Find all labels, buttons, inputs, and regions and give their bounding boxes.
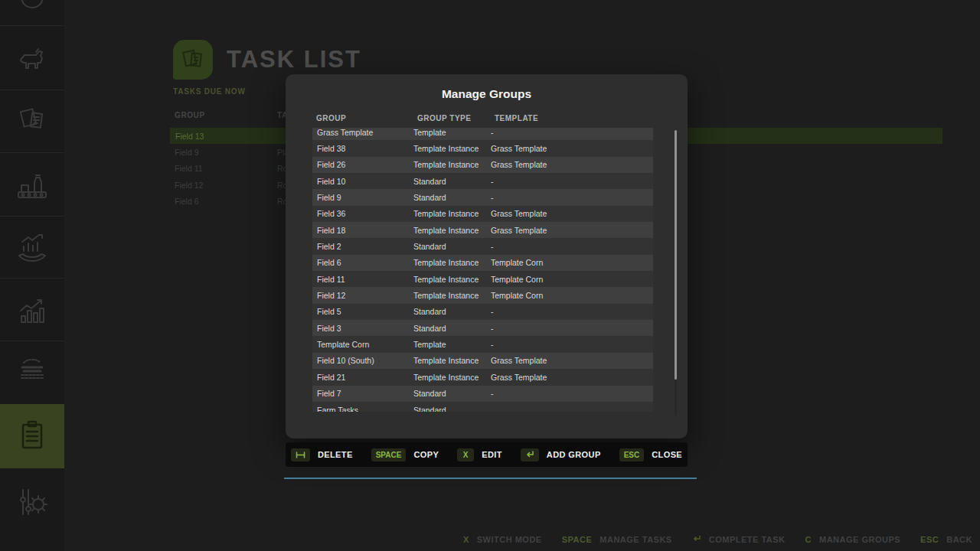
- button-label: EDIT: [482, 450, 502, 459]
- group-row[interactable]: Field 36Template InstanceGrass Template: [312, 206, 653, 222]
- manage-tasks-hotkey[interactable]: SPACEMANAGE TASKS: [562, 535, 672, 544]
- group-row[interactable]: Farm TasksStandard: [312, 402, 653, 412]
- group-row[interactable]: Field 9Standard-: [312, 189, 653, 205]
- back-hotkey[interactable]: ESCBACK: [920, 535, 972, 544]
- hotkey-key: SPACE: [562, 535, 593, 544]
- complete-task-hotkey[interactable]: COMPLETE TASK: [692, 535, 786, 544]
- group-cell: Field 11: [317, 275, 413, 284]
- copy-button[interactable]: SPACECOPY: [371, 448, 439, 461]
- task-list-icon: [15, 417, 50, 455]
- bg-table-header-group: GROUP: [175, 111, 205, 119]
- group-cell: Field 6: [317, 258, 413, 267]
- group-type-cell: Standard: [413, 307, 491, 316]
- divider: [0, 152, 64, 153]
- hotkey-key: C: [805, 535, 812, 544]
- modal-button-bar: DELETESPACECOPYXEDITADD GROUPESCCLOSE: [286, 442, 688, 467]
- group-type-cell: Template Instance: [413, 209, 491, 218]
- template-cell: Grass Template: [491, 226, 653, 235]
- scrollbar[interactable]: [675, 130, 677, 416]
- delete-button[interactable]: DELETE: [291, 448, 353, 461]
- template-cell: Template Corn: [491, 275, 653, 284]
- animals-icon: [15, 41, 50, 77]
- group-type-cell: Template Instance: [413, 291, 491, 300]
- group-row[interactable]: Field 3Standard-: [312, 320, 653, 336]
- group-type-cell: Template: [413, 340, 491, 349]
- group-row[interactable]: Field 2Standard-: [312, 238, 653, 254]
- bg-task-row-group: Field 12: [175, 181, 203, 190]
- divider: [0, 90, 64, 90]
- group-cell: Field 12: [317, 291, 413, 300]
- group-type-cell: Template Instance: [413, 226, 491, 235]
- template-cell: -: [491, 242, 653, 251]
- sidebar-item-production[interactable]: [0, 161, 64, 210]
- group-cell: Template Corn: [317, 340, 413, 349]
- sidebar-item-sales[interactable]: [0, 224, 64, 273]
- group-row[interactable]: Field 10Standard-: [312, 173, 653, 189]
- button-label: ADD GROUP: [547, 450, 601, 459]
- group-row[interactable]: Field 21Template InstanceGrass Template: [312, 369, 653, 385]
- template-cell: Template Corn: [491, 258, 653, 267]
- task-list-page-icon: [173, 40, 213, 80]
- group-cell: Field 18: [317, 226, 413, 235]
- hotkey-key: ESC: [920, 535, 939, 544]
- key-badge: X: [457, 448, 474, 461]
- group-row[interactable]: Field 11Template InstanceTemplate Corn: [312, 271, 653, 287]
- group-type-cell: Template: [413, 128, 491, 137]
- group-row[interactable]: Grass TemplateTemplate-: [312, 128, 653, 140]
- divider: [0, 278, 64, 279]
- key-badge: SPACE: [371, 448, 407, 461]
- production-icon: [13, 166, 51, 204]
- group-type-cell: Standard: [413, 177, 491, 186]
- group-cell: Field 38: [317, 144, 413, 153]
- group-type-cell: Standard: [413, 193, 491, 202]
- group-cell: Field 3: [317, 324, 413, 333]
- template-cell: -: [491, 128, 653, 137]
- template-cell: -: [491, 389, 653, 398]
- group-type-cell: Standard: [413, 324, 491, 333]
- partial-circle-icon: [0, 0, 64, 31]
- group-row[interactable]: Field 12Template InstanceTemplate Corn: [312, 287, 653, 303]
- group-cell: Field 5: [317, 307, 413, 316]
- group-row[interactable]: Field 6Template InstanceTemplate Corn: [312, 255, 653, 271]
- template-cell: Template Corn: [491, 291, 653, 300]
- group-cell: Field 21: [317, 373, 413, 382]
- group-cell: Farm Tasks: [317, 406, 413, 412]
- divider: [0, 25, 64, 26]
- hotkey-bar: XSWITCH MODESPACEMANAGE TASKSCOMPLETE TA…: [463, 535, 972, 544]
- sidebar: [0, 0, 64, 551]
- sidebar-item-settings[interactable]: [0, 478, 64, 527]
- group-row[interactable]: Field 5Standard-: [312, 304, 653, 320]
- col-header-template: TEMPLATE: [495, 114, 538, 122]
- group-row[interactable]: Template CornTemplate-: [312, 336, 653, 352]
- sidebar-item-statistics[interactable]: [0, 287, 64, 336]
- sidebar-item-task-list[interactable]: [0, 404, 64, 468]
- group-row[interactable]: Field 38Template InstanceGrass Template: [312, 140, 653, 156]
- col-header-group: GROUP: [316, 114, 346, 122]
- button-label: COPY: [413, 450, 439, 459]
- close-button[interactable]: ESCCLOSE: [619, 448, 682, 461]
- scrollbar-thumb[interactable]: [675, 130, 677, 380]
- add-group-button[interactable]: ADD GROUP: [521, 448, 601, 461]
- switch-mode-hotkey[interactable]: XSWITCH MODE: [463, 535, 542, 544]
- divider: [0, 341, 64, 341]
- sidebar-item-mod-logo[interactable]: [0, 348, 64, 397]
- manage-groups-hotkey[interactable]: CMANAGE GROUPS: [805, 535, 901, 544]
- group-cell: Field 10: [317, 177, 413, 186]
- group-row[interactable]: Field 7Standard-: [312, 386, 653, 402]
- group-type-cell: Template Instance: [413, 356, 491, 365]
- group-row[interactable]: Field 26Template InstanceGrass Template: [312, 157, 653, 173]
- template-cell: Grass Template: [491, 209, 653, 218]
- group-type-cell: Template Instance: [413, 160, 491, 169]
- hotkey-label: BACK: [946, 535, 972, 544]
- group-cell: Grass Template: [317, 128, 413, 137]
- group-row[interactable]: Field 18Template InstanceGrass Template: [312, 222, 653, 238]
- section-label: TASKS DUE NOW: [173, 87, 246, 96]
- col-header-grouptype: GROUP TYPE: [417, 114, 471, 122]
- edit-button[interactable]: XEDIT: [457, 448, 502, 461]
- sidebar-item-contracts[interactable]: [0, 96, 64, 145]
- sales-icon: [13, 230, 51, 268]
- template-cell: -: [491, 177, 653, 186]
- group-row[interactable]: Field 10 (South)Template InstanceGrass T…: [312, 353, 653, 369]
- sidebar-item-animals[interactable]: [0, 34, 64, 83]
- button-label: DELETE: [318, 450, 353, 459]
